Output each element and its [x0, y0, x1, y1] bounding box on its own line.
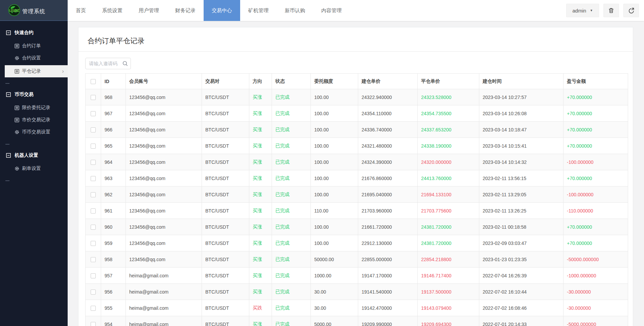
- table-row: 954heima@gmail.comBTC/USDT买涨已完成5000.0019…: [86, 316, 628, 326]
- cell-id: 967: [101, 105, 126, 122]
- cell-profit: -1000.000000: [564, 268, 628, 284]
- cell-select: [86, 186, 101, 203]
- sidebar-section-title[interactable]: 机器人设置: [0, 148, 68, 162]
- cell-open-time: 2023-03-14 10:18:47: [479, 122, 564, 138]
- cell-close-price: 22854.218800: [418, 251, 479, 268]
- top-nav-item[interactable]: 内容管理: [313, 0, 350, 21]
- top-nav-item[interactable]: 交易中心: [204, 0, 240, 21]
- cell-open-time: 2023-02-11 00:18:58: [479, 219, 564, 235]
- sidebar-item[interactable]: 币币交易设置: [0, 126, 68, 138]
- cell-select: [86, 154, 101, 170]
- sidebar-section-title[interactable]: 快速合约: [0, 26, 68, 40]
- cell-open-price: 24322.940000: [358, 89, 418, 105]
- cell-id: 965: [101, 138, 126, 154]
- row-checkbox[interactable]: [91, 127, 96, 132]
- records-card: 合约订单平仓记录: [78, 27, 633, 326]
- row-checkbox[interactable]: [91, 176, 96, 181]
- cell-close-price: 19209.694300: [418, 316, 479, 326]
- sidebar-item[interactable]: 限价委托记录: [0, 102, 68, 114]
- search-box: [85, 58, 131, 69]
- sidebar-section-label: 币币交易: [15, 92, 33, 98]
- row-checkbox[interactable]: [91, 257, 96, 262]
- logout-button[interactable]: [623, 4, 639, 17]
- cell-amount: 100.00: [311, 154, 358, 170]
- row-checkbox[interactable]: [91, 111, 96, 116]
- sidebar-item[interactable]: 刷单设置: [0, 162, 68, 175]
- sidebar-item[interactable]: 合约订单: [0, 40, 68, 52]
- cell-status: 已完成: [272, 105, 311, 122]
- cell-select: [86, 251, 101, 268]
- cell-select: [86, 235, 101, 251]
- sidebar-item[interactable]: 平仓记录›: [5, 65, 68, 77]
- cell-close-price: 19137.500000: [418, 284, 479, 300]
- column-header: 交易对: [202, 74, 249, 89]
- cell-account: 123456@qq.com: [126, 122, 202, 138]
- cell-pair: BTC/USDT: [202, 170, 249, 186]
- cell-account: 123456@qq.com: [126, 251, 202, 268]
- row-checkbox[interactable]: [91, 306, 96, 311]
- cell-direction: 买涨: [249, 89, 272, 105]
- search-icon[interactable]: [122, 60, 128, 67]
- cell-close-price: 24354.735500: [418, 105, 479, 122]
- chevron-down-icon: ▼: [590, 9, 593, 12]
- cell-amount: 110.00: [311, 203, 358, 219]
- table-row: 955heima@gmail.comBTC/USDT买跌已完成30.001914…: [86, 300, 628, 316]
- list-icon: [15, 118, 19, 122]
- row-checkbox[interactable]: [91, 290, 96, 295]
- cell-close-price: 19146.717400: [418, 268, 479, 284]
- row-checkbox[interactable]: [91, 95, 96, 100]
- row-checkbox[interactable]: [91, 241, 96, 246]
- page-title: 合约订单平仓记录: [78, 27, 633, 52]
- top-nav-item[interactable]: 系统设置: [94, 0, 131, 21]
- cell-id: 964: [101, 154, 126, 170]
- cell-open-time: 2022-07-04 16:26:39: [479, 268, 564, 284]
- cell-open-time: 2023-03-14 10:15:41: [479, 138, 564, 154]
- cell-amount: 100.00: [311, 186, 358, 203]
- logout-icon: [628, 7, 635, 14]
- cell-direction: 买涨: [249, 186, 272, 203]
- logo-text: USDZ: [9, 8, 19, 12]
- sidebar-item[interactable]: 市价交易记录: [0, 114, 68, 126]
- row-checkbox[interactable]: [91, 273, 96, 278]
- cell-id: 963: [101, 170, 126, 186]
- cell-status: 已完成: [272, 89, 311, 105]
- cell-select: [86, 170, 101, 186]
- top-nav-item[interactable]: 用户管理: [131, 0, 167, 21]
- cell-select: [86, 138, 101, 154]
- cell-open-price: 21676.860000: [358, 170, 418, 186]
- sidebar-section-title[interactable]: 币币交易: [0, 87, 68, 102]
- gear-icon: [15, 130, 19, 134]
- row-checkbox[interactable]: [91, 208, 96, 214]
- row-checkbox[interactable]: [91, 160, 96, 165]
- table-row: 958123456@qq.comBTC/USDT买涨已完成50000.00228…: [86, 251, 628, 268]
- select-all-checkbox[interactable]: [91, 79, 96, 84]
- cell-direction: 买涨: [249, 122, 272, 138]
- trash-button[interactable]: [603, 4, 619, 17]
- cell-amount: 100.00: [311, 170, 358, 186]
- sidebar-item-label: 平仓记录: [22, 68, 41, 74]
- cell-status: 已完成: [272, 219, 311, 235]
- cell-id: 966: [101, 122, 126, 138]
- row-checkbox[interactable]: [91, 192, 96, 197]
- row-checkbox[interactable]: [91, 144, 96, 149]
- cell-pair: BTC/USDT: [202, 138, 249, 154]
- top-nav-item[interactable]: 矿机管理: [240, 0, 277, 21]
- admin-user-dropdown[interactable]: admin ▼: [566, 4, 599, 17]
- top-nav-item[interactable]: 首页: [68, 0, 94, 21]
- collapse-icon: [6, 30, 11, 35]
- row-checkbox[interactable]: [91, 322, 96, 326]
- navbar-right: admin ▼: [566, 0, 644, 21]
- top-nav-item[interactable]: 新币认购: [277, 0, 313, 21]
- sidebar-item[interactable]: 合约设置: [0, 52, 68, 64]
- cell-pair: BTC/USDT: [202, 154, 249, 170]
- table-row: 959123456@qq.comBTC/USDT买涨已完成100.0022912…: [86, 235, 628, 251]
- cell-direction: 买涨: [249, 284, 272, 300]
- cell-close-price: 19143.079400: [418, 300, 479, 316]
- cell-direction: 买涨: [249, 170, 272, 186]
- cell-status: 已完成: [272, 170, 311, 186]
- cell-id: 954: [101, 316, 126, 326]
- collapse-icon: [6, 92, 11, 97]
- top-nav-item[interactable]: 财务记录: [167, 0, 204, 21]
- table-row: 962123456@qq.comBTC/USDT买涨已完成100.0021695…: [86, 186, 628, 203]
- row-checkbox[interactable]: [91, 225, 96, 230]
